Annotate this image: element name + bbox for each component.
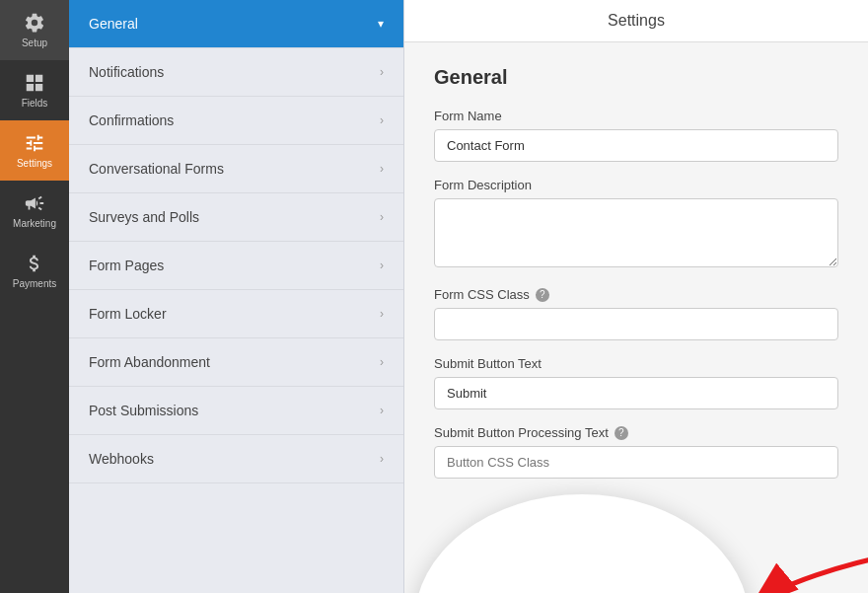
sidebar-confirmations-label: Confirmations <box>89 112 174 128</box>
nav-item-settings[interactable]: Settings <box>0 120 69 181</box>
checkbox-anti-spam-group: Enable anti-spam protection <box>483 587 681 593</box>
submit-button-processing-text-input[interactable] <box>434 446 838 479</box>
chevron-right-icon: › <box>380 404 384 417</box>
settings-sidebar: General ▾ Notifications › Confirmations … <box>69 0 404 593</box>
grid-icon <box>24 72 45 94</box>
sidebar-item-post-submissions[interactable]: Post Submissions › <box>69 387 403 435</box>
nav-settings-label: Settings <box>17 158 52 169</box>
content-area: General Form Name Form Description Form … <box>404 42 868 593</box>
form-group-form-css-class: Form CSS Class ? <box>434 287 838 340</box>
chevron-right-icon: › <box>380 65 384 79</box>
popup-circle: Enable anti-spam protection Enable dynam… <box>414 494 750 593</box>
nav-payments-label: Payments <box>13 278 56 289</box>
nav-item-marketing[interactable]: Marketing <box>0 181 69 241</box>
form-css-class-input[interactable] <box>434 308 838 340</box>
icon-navigation: Setup Fields Settings Marketing Payments <box>0 0 69 593</box>
sidebar-form-abandonment-label: Form Abandonment <box>89 354 210 370</box>
form-group-submit-button-processing-text: Submit Button Processing Text ? <box>434 425 838 479</box>
form-group-form-name: Form Name <box>434 109 838 162</box>
sidebar-general-label: General <box>89 16 138 32</box>
chevron-right-icon: › <box>380 259 384 272</box>
sidebar-item-form-locker[interactable]: Form Locker › <box>69 290 403 338</box>
chevron-right-icon: › <box>380 113 384 127</box>
gear-icon <box>24 12 45 34</box>
form-group-submit-button-text: Submit Button Text <box>434 356 838 409</box>
chevron-right-icon: › <box>380 210 384 224</box>
sidebar-form-pages-label: Form Pages <box>89 258 164 273</box>
form-css-class-label: Form CSS Class ? <box>434 287 838 302</box>
sidebar-form-locker-label: Form Locker <box>89 306 167 322</box>
chevron-down-icon: ▾ <box>378 17 384 31</box>
nav-marketing-label: Marketing <box>13 218 56 229</box>
chevron-right-icon: › <box>380 162 384 176</box>
sidebar-conversational-forms-label: Conversational Forms <box>89 161 224 177</box>
form-description-input[interactable] <box>434 198 838 267</box>
dollar-icon <box>24 253 45 274</box>
form-name-input[interactable] <box>434 129 838 162</box>
sidebar-webhooks-label: Webhooks <box>89 451 154 467</box>
sidebar-notifications-label: Notifications <box>89 64 164 80</box>
sidebar-surveys-and-polls-label: Surveys and Polls <box>89 209 199 225</box>
nav-item-fields[interactable]: Fields <box>0 60 69 120</box>
submit-button-text-input[interactable] <box>434 377 838 409</box>
nav-fields-label: Fields <box>22 98 48 109</box>
content-wrapper: General Form Name Form Description Form … <box>404 42 868 593</box>
nav-item-setup[interactable]: Setup <box>0 0 69 60</box>
page-title: Settings <box>404 0 868 42</box>
help-icon-processing-text[interactable]: ? <box>615 426 628 440</box>
sidebar-item-conversational-forms[interactable]: Conversational Forms › <box>69 145 403 193</box>
sliders-icon <box>24 132 45 154</box>
nav-item-payments[interactable]: Payments <box>0 241 69 301</box>
sidebar-item-notifications[interactable]: Notifications › <box>69 48 403 97</box>
chevron-right-icon: › <box>380 355 384 369</box>
sidebar-item-form-abandonment[interactable]: Form Abandonment › <box>69 338 403 387</box>
form-name-label: Form Name <box>434 109 838 123</box>
section-title: General <box>434 66 838 89</box>
sidebar-post-submissions-label: Post Submissions <box>89 403 198 418</box>
help-icon-css-class[interactable]: ? <box>536 288 549 302</box>
form-description-label: Form Description <box>434 178 838 192</box>
nav-setup-label: Setup <box>22 37 47 48</box>
main-content: Settings General Form Name Form Descript… <box>404 0 868 593</box>
sidebar-item-surveys-and-polls[interactable]: Surveys and Polls › <box>69 193 403 242</box>
sidebar-item-confirmations[interactable]: Confirmations › <box>69 97 403 145</box>
sidebar-item-form-pages[interactable]: Form Pages › <box>69 242 403 290</box>
sidebar-item-general[interactable]: General ▾ <box>69 0 403 48</box>
sidebar-item-webhooks[interactable]: Webhooks › <box>69 435 403 483</box>
submit-button-processing-text-label: Submit Button Processing Text ? <box>434 425 838 440</box>
submit-button-text-label: Submit Button Text <box>434 356 838 371</box>
form-group-form-description: Form Description <box>434 178 838 271</box>
chevron-right-icon: › <box>380 307 384 321</box>
chevron-right-icon: › <box>380 452 384 466</box>
megaphone-icon <box>24 192 45 214</box>
